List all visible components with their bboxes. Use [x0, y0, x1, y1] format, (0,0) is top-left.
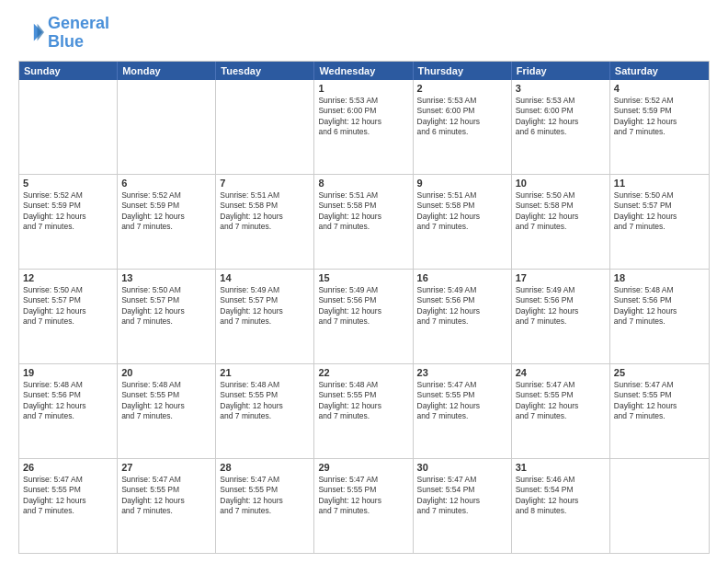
cell-line: Sunset: 5:55 PM — [516, 390, 606, 400]
cell-line: Daylight: 12 hours — [121, 401, 211, 411]
cell-line: and 7 minutes. — [417, 506, 507, 516]
cell-line: Sunset: 6:00 PM — [318, 106, 408, 116]
logo-icon — [18, 20, 44, 46]
weekday-header: Friday — [512, 62, 610, 80]
cell-line: Sunset: 5:57 PM — [23, 295, 113, 305]
cell-line: Sunset: 5:59 PM — [121, 201, 211, 211]
calendar-cell: 17Sunrise: 5:49 AMSunset: 5:56 PMDayligh… — [512, 270, 610, 363]
day-number: 11 — [614, 178, 705, 189]
calendar-cell: 4Sunrise: 5:52 AMSunset: 5:59 PMDaylight… — [610, 80, 709, 174]
cell-line: Sunset: 5:56 PM — [614, 295, 705, 305]
cell-line: Sunset: 5:55 PM — [417, 390, 507, 400]
cell-line: Sunrise: 5:49 AM — [417, 285, 507, 295]
cell-line: Sunrise: 5:50 AM — [121, 285, 211, 295]
calendar-row: 26Sunrise: 5:47 AMSunset: 5:55 PMDayligh… — [19, 458, 709, 553]
cell-line: Sunset: 6:00 PM — [516, 106, 606, 116]
calendar-cell: 16Sunrise: 5:49 AMSunset: 5:56 PMDayligh… — [414, 270, 512, 363]
calendar: SundayMondayTuesdayWednesdayThursdayFrid… — [18, 61, 710, 554]
calendar-cell: 18Sunrise: 5:48 AMSunset: 5:56 PMDayligh… — [610, 270, 709, 363]
cell-line: Sunrise: 5:51 AM — [220, 190, 310, 201]
cell-line: and 7 minutes. — [614, 222, 705, 232]
day-number: 28 — [220, 462, 310, 473]
calendar-cell: 14Sunrise: 5:49 AMSunset: 5:57 PMDayligh… — [216, 270, 314, 363]
calendar-cell: 27Sunrise: 5:47 AMSunset: 5:55 PMDayligh… — [118, 459, 216, 553]
cell-line: Sunset: 5:55 PM — [121, 485, 211, 495]
cell-line: Sunset: 5:54 PM — [417, 485, 507, 495]
cell-line: and 7 minutes. — [417, 411, 507, 421]
day-number: 15 — [318, 272, 408, 283]
cell-line: Daylight: 12 hours — [614, 212, 705, 222]
day-number: 19 — [23, 367, 113, 378]
cell-line: Sunrise: 5:51 AM — [417, 190, 507, 201]
calendar-cell: 11Sunrise: 5:50 AMSunset: 5:57 PMDayligh… — [610, 175, 709, 269]
calendar-row: 1Sunrise: 5:53 AMSunset: 6:00 PMDaylight… — [19, 80, 709, 174]
cell-line: Sunrise: 5:52 AM — [121, 190, 211, 201]
cell-line: and 7 minutes. — [220, 316, 310, 327]
day-number: 1 — [318, 83, 408, 94]
cell-line: Sunrise: 5:47 AM — [23, 475, 113, 485]
cell-line: Sunrise: 5:49 AM — [516, 285, 606, 295]
cell-line: Sunrise: 5:48 AM — [220, 380, 310, 390]
cell-line: and 7 minutes. — [417, 222, 507, 232]
weekday-header: Sunday — [19, 62, 118, 80]
cell-line: Sunset: 5:55 PM — [220, 485, 310, 495]
cell-line: and 7 minutes. — [220, 411, 310, 421]
weekday-header: Monday — [118, 62, 216, 80]
cell-line: Daylight: 12 hours — [121, 496, 211, 506]
calendar-cell — [610, 459, 709, 553]
cell-line: Daylight: 12 hours — [417, 212, 507, 222]
svg-marker-1 — [38, 24, 44, 41]
cell-line: Daylight: 12 hours — [417, 117, 507, 127]
calendar-cell: 2Sunrise: 5:53 AMSunset: 6:00 PMDaylight… — [414, 80, 512, 174]
cell-line: Daylight: 12 hours — [516, 306, 606, 316]
cell-line: and 7 minutes. — [23, 506, 113, 516]
cell-line: and 7 minutes. — [318, 411, 408, 421]
day-number: 23 — [417, 367, 507, 378]
cell-line: and 7 minutes. — [516, 411, 606, 421]
cell-line: and 7 minutes. — [23, 222, 113, 232]
cell-line: Daylight: 12 hours — [23, 306, 113, 316]
cell-line: and 6 minutes. — [318, 127, 408, 137]
cell-line: Sunset: 5:56 PM — [516, 295, 606, 305]
day-number: 13 — [121, 272, 211, 283]
cell-line: Sunset: 5:55 PM — [614, 390, 705, 400]
calendar-row: 19Sunrise: 5:48 AMSunset: 5:56 PMDayligh… — [19, 363, 709, 458]
cell-line: Sunset: 5:58 PM — [417, 201, 507, 211]
day-number: 22 — [318, 367, 408, 378]
cell-line: Sunrise: 5:52 AM — [614, 96, 705, 106]
calendar-cell: 1Sunrise: 5:53 AMSunset: 6:00 PMDaylight… — [314, 80, 413, 174]
day-number: 31 — [516, 462, 606, 473]
cell-line: Daylight: 12 hours — [318, 117, 408, 127]
weekday-header: Tuesday — [216, 62, 314, 80]
calendar-cell: 12Sunrise: 5:50 AMSunset: 5:57 PMDayligh… — [19, 270, 118, 363]
day-number: 10 — [516, 178, 606, 189]
cell-line: Sunset: 5:55 PM — [121, 390, 211, 400]
cell-line: Sunrise: 5:47 AM — [417, 475, 507, 485]
cell-line: Sunset: 5:58 PM — [516, 201, 606, 211]
day-number: 12 — [23, 272, 113, 283]
cell-line: and 6 minutes. — [516, 127, 606, 137]
cell-line: Sunrise: 5:50 AM — [614, 190, 705, 201]
header: General Blue — [18, 15, 710, 52]
calendar-cell — [216, 80, 314, 174]
cell-line: Sunrise: 5:49 AM — [318, 285, 408, 295]
cell-line: Daylight: 12 hours — [318, 212, 408, 222]
cell-line: Sunset: 5:58 PM — [318, 201, 408, 211]
day-number: 24 — [516, 367, 606, 378]
cell-line: Sunset: 5:58 PM — [220, 201, 310, 211]
cell-line: Sunset: 5:55 PM — [23, 485, 113, 495]
cell-line: and 7 minutes. — [516, 316, 606, 327]
weekday-header: Saturday — [610, 62, 709, 80]
calendar-row: 5Sunrise: 5:52 AMSunset: 5:59 PMDaylight… — [19, 174, 709, 269]
calendar-cell: 23Sunrise: 5:47 AMSunset: 5:55 PMDayligh… — [414, 364, 512, 458]
day-number: 4 — [614, 83, 705, 94]
cell-line: Daylight: 12 hours — [318, 496, 408, 506]
day-number: 8 — [318, 178, 408, 189]
cell-line: Daylight: 12 hours — [121, 306, 211, 316]
cell-line: and 7 minutes. — [121, 316, 211, 327]
calendar-cell: 19Sunrise: 5:48 AMSunset: 5:56 PMDayligh… — [19, 364, 118, 458]
cell-line: Sunrise: 5:49 AM — [220, 285, 310, 295]
cell-line: and 7 minutes. — [121, 506, 211, 516]
cell-line: and 7 minutes. — [614, 316, 705, 327]
cell-line: and 7 minutes. — [614, 411, 705, 421]
